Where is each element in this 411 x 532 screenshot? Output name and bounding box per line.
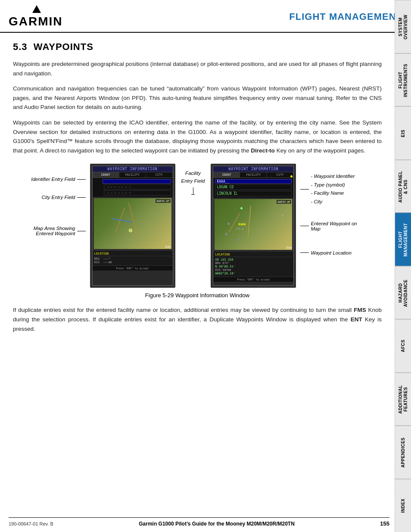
facility-entry-label: FacilityEntry Field (181, 170, 205, 185)
entered-waypoint-label: Entered Waypoint onMap (300, 221, 369, 231)
screen-2: WAYPOINT INFORMATION IDENT FACILITY CITY… (211, 164, 296, 288)
bottom-paragraph: If duplicate entries exist for the enter… (13, 305, 382, 333)
screen2-coords: 123 ▲ (235, 227, 243, 230)
paragraph-1: Waypoints are predetermined geographical… (13, 59, 382, 78)
entered-waypoint-wrapper: Entered Waypoint onMap (300, 221, 369, 231)
paragraph-3: Waypoints can be selected by entering th… (13, 118, 382, 155)
page-footer: 190-00647-01 Rev. B Garmin G1000 Pilot’s… (9, 517, 389, 527)
screen2-location-name: GR LKS USA (215, 258, 292, 261)
screen2-distance: 15NM (286, 246, 291, 249)
g1000-screen-1: WAYPOINT INFORMATION IDENT FACILITY CITY (92, 165, 174, 286)
sidebar-tab-eis[interactable]: EIS (395, 106, 411, 160)
right-sidebar: SYSTEMOVERVIEW FLIGHTINSTRUMENTS EIS AUD… (395, 0, 411, 532)
screen1-tabs: IDENT FACILITY CITY (93, 172, 173, 178)
header-title: FLIGHT MANAGEMENT (289, 11, 402, 22)
map-area-label: Map Area ShowingEntered Waypoint (25, 226, 86, 236)
screen2-city-field: LOGAN CO (215, 184, 292, 190)
section-title: 5.3 WAYPOINTS (13, 41, 382, 53)
sidebar-tab-flight-instruments[interactable]: FLIGHTINSTRUMENTS (395, 53, 411, 107)
middle-annotation-area: FacilityEntry Field (181, 164, 205, 195)
garmin-logo: GARMIN (9, 5, 63, 28)
kana-label: K4AA (238, 223, 246, 226)
logo-area: GARMIN (9, 5, 63, 28)
map-airport-2 (282, 214, 283, 217)
screen1-waypoint-marker (129, 229, 132, 232)
screen-1: WAYPOINT INFORMATION IDENT FACILITY CITY (90, 164, 175, 288)
sidebar-tab-index[interactable]: INDEX (395, 479, 411, 532)
screen1-tab-ident: IDENT (93, 172, 119, 177)
screen2-location: LOCATION GR LKS USA BRG 075° N 40°09.51'… (213, 251, 293, 277)
screen1-tab-city: CITY (146, 172, 173, 177)
figure-layout: Identifier Entry Field City Entry Field … (13, 164, 382, 288)
small-airport-2 (225, 230, 227, 237)
footer-revision: 190-00647-01 Rev. B (9, 521, 53, 526)
screen2-tab-city: CITY (267, 172, 293, 177)
screens-and-annotations: WAYPOINT INFORMATION IDENT FACILITY CITY (90, 164, 296, 288)
screen2-location-title: LOCATION (215, 253, 292, 257)
section-heading: WAYPOINTS (34, 41, 93, 52)
left-annotations: Identifier Entry Field City Entry Field … (25, 164, 86, 236)
screen1-ident-field (103, 179, 171, 184)
section-number: 5.3 (13, 41, 28, 52)
screen2-tabs: IDENT FACILITY CITY (213, 172, 293, 178)
screen1-brg: BRG ———° (94, 257, 171, 261)
screen1-footer: Press "ENT" to accept (93, 265, 173, 271)
screen2-lat: N 40°09.51' (215, 265, 292, 268)
screen1-city-field: — — — — — — — (104, 190, 171, 196)
footer-document-title: Garmin G1000 Pilot’s Guide for the Moone… (139, 521, 295, 527)
sidebar-tab-flight-management[interactable]: FLIGHTMANAGEMENT (395, 213, 411, 266)
waypoint-info-label: - Waypoint Identifier - Type (symbol) - … (300, 172, 369, 206)
paragraph-2: Communication and navigation frequencies… (13, 84, 382, 112)
screen1-dis: DIS ———NM (94, 261, 171, 264)
logo-text: GARMIN (9, 15, 63, 28)
screen1-header: WAYPOINT INFORMATION (93, 166, 173, 172)
sidebar-tab-system-overview[interactable]: SYSTEMOVERVIEW (395, 0, 411, 53)
figure-container: Identifier Entry Field City Entry Field … (13, 164, 382, 299)
screen2-input-area: KAAA__ LOGAN CO LINCOLN IL (213, 178, 293, 198)
screen2-tab-facility: FACILITY (240, 172, 267, 177)
screen2-header: WAYPOINT INFORMATION (213, 166, 293, 172)
screen1-distance: 15NM (165, 245, 170, 248)
screen1-location: LOCATION BRG ———° DIS ———NM (93, 250, 173, 265)
screen2-tab-ident: IDENT (213, 172, 240, 177)
screens-row: WAYPOINT INFORMATION IDENT FACILITY CITY (90, 164, 296, 288)
figure-caption: Figure 5-29 Waypoint Information Window (145, 292, 249, 299)
city-entry-label: City Entry Field (25, 195, 86, 200)
screen1-input-area: — — — — — — — — — — — — — — (93, 178, 173, 197)
logo-triangle-icon (32, 5, 41, 13)
screen1-map-label: NORTH UP (156, 199, 171, 203)
screen2-footer: Press "ENT" to accept (213, 277, 293, 282)
identifier-entry-label: Identifier Entry Field (25, 177, 86, 182)
sidebar-tab-afcs[interactable]: AFCS (395, 319, 411, 373)
sidebar-tab-additional-features[interactable]: ADDITIONALFEATURES (395, 373, 411, 426)
screen2-lon: W083°20.10' (215, 272, 292, 275)
screen2-dis: DIS 507NM (215, 268, 292, 272)
main-content: 5.3 WAYPOINTS Waypoints are predetermine… (0, 33, 395, 348)
screen1-tab-facility: FACILITY (119, 172, 146, 177)
screen2-map-label: NORTH UP (277, 200, 292, 204)
footer-page-number: 155 (380, 520, 389, 527)
sidebar-tab-audio-panel-cns[interactable]: AUDIO PANEL& CNS (395, 160, 411, 213)
screen2-map: NORTH UP (214, 199, 293, 250)
small-airport-3 (238, 236, 240, 243)
screen1-facility-field: — — — — — — — (104, 184, 171, 190)
right-annotations: - Waypoint Identifier - Type (symbol) - … (300, 164, 369, 255)
small-airport-1 (227, 220, 230, 227)
screen2-brg: BRG 075° (215, 261, 230, 265)
g1000-screen-2: WAYPOINT INFORMATION IDENT FACILITY CITY… (212, 165, 294, 286)
screen1-location-title: LOCATION (94, 252, 171, 256)
diamond-icon: ◆ (290, 174, 293, 178)
sidebar-tab-appendices[interactable]: APPENDICES (395, 426, 411, 479)
page-header: GARMIN FLIGHT MANAGEMENT (0, 0, 411, 33)
sidebar-tab-hazard-avoidance[interactable]: HAZARDAVOIDANCE (395, 266, 411, 320)
screen1-map: NORTH UP 15NM (93, 198, 172, 249)
waypoint-location-label: Waypoint Location (300, 250, 369, 255)
waypoint-location-wrapper: Waypoint Location (300, 250, 369, 255)
screen2-coords-row: BRG 075° (215, 261, 292, 265)
screen2-ident-field: KAAA__ (215, 179, 292, 184)
map-airport-1 (240, 207, 243, 209)
screen2-state-field: LINCOLN IL (215, 191, 292, 196)
